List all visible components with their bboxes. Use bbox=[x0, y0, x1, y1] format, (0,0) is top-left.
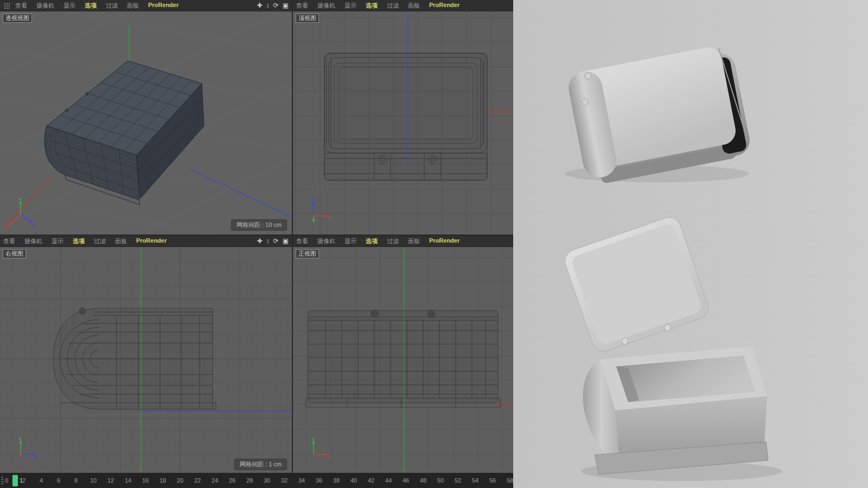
axis-x-label: X bbox=[328, 214, 330, 219]
wireframe-front-view bbox=[306, 310, 500, 407]
playhead-frame-label: 1 bbox=[20, 477, 23, 484]
menu-item-display[interactable]: 显示 bbox=[344, 2, 356, 10]
menu-item-filter[interactable]: 过滤 bbox=[387, 2, 399, 10]
frame-label: 38 bbox=[333, 477, 340, 484]
viewport-right: 查看摄像机显示选项过滤面板ProRender ✚↕⟳▣ 右视图 bbox=[0, 236, 292, 473]
pan-icon[interactable]: ✚ bbox=[257, 0, 263, 11]
axis-gizmo: Y X Z bbox=[4, 197, 37, 231]
frame-label: 52 bbox=[455, 477, 461, 484]
toggle-view-icon[interactable]: ▣ bbox=[283, 236, 289, 246]
axis-z-label: Z bbox=[33, 224, 36, 229]
viewport-name-label: 右视图 bbox=[3, 249, 26, 258]
frame-label: 14 bbox=[125, 477, 131, 484]
axis-y-label: Y bbox=[311, 436, 315, 442]
frame-label: 26 bbox=[229, 477, 235, 484]
menu-item-prorender[interactable]: ProRender bbox=[429, 237, 459, 245]
frame-label: 50 bbox=[437, 477, 444, 484]
menu-item-panel[interactable]: 面板 bbox=[127, 2, 139, 10]
cinema4d-window: 查看摄像机显示选项过滤面板ProRender ✚↕⟳▣ 透视视图 bbox=[0, 0, 868, 488]
menu-item-prorender[interactable]: ProRender bbox=[429, 2, 459, 10]
viewport-menu: 查看摄像机显示选项过滤面板ProRender bbox=[3, 237, 176, 245]
menu-item-view[interactable]: 查看 bbox=[296, 2, 308, 10]
menu-item-display[interactable]: 显示 bbox=[52, 237, 63, 245]
axis-y-label: Y bbox=[18, 197, 22, 202]
menu-item-panel[interactable]: 面板 bbox=[115, 237, 127, 245]
frame-label: 20 bbox=[177, 477, 183, 484]
viewport-nav-icons: ✚↕⟳▣ bbox=[257, 0, 289, 11]
frame-label: 4 bbox=[40, 477, 43, 484]
render-image-open-box bbox=[513, 217, 868, 488]
frame-label: 36 bbox=[316, 477, 322, 484]
timeline-grip-icon[interactable] bbox=[1, 477, 3, 485]
dolly-icon[interactable]: ↕ bbox=[266, 236, 270, 246]
menu-item-view[interactable]: 查看 bbox=[296, 237, 308, 245]
menu-item-prorender[interactable]: ProRender bbox=[148, 2, 178, 10]
menu-item-view[interactable]: 查看 bbox=[3, 237, 15, 245]
orbit-icon[interactable]: ⟳ bbox=[273, 236, 279, 246]
dolly-icon[interactable]: ↕ bbox=[266, 0, 270, 11]
frame-label: 44 bbox=[385, 477, 392, 484]
timeline-ruler[interactable]: 0246810121416182022242628303234363840424… bbox=[0, 473, 513, 488]
viewport-name-label: 透视视图 bbox=[3, 14, 32, 23]
axis-gizmo: Z X bbox=[297, 197, 330, 231]
menu-item-camera[interactable]: 摄像机 bbox=[317, 2, 335, 10]
menu-item-options[interactable]: 选项 bbox=[366, 237, 378, 245]
menu-item-display[interactable]: 显示 bbox=[344, 237, 356, 245]
viewport-canvas-right[interactable] bbox=[0, 246, 292, 473]
frame-label: 10 bbox=[90, 477, 97, 484]
frame-label: 8 bbox=[74, 477, 78, 484]
frame-label: 58 bbox=[507, 477, 513, 484]
viewport-menu: 查看摄像机显示选项过滤面板ProRender bbox=[15, 2, 188, 10]
menu-item-panel[interactable]: 面板 bbox=[408, 2, 420, 10]
menu-item-prorender[interactable]: ProRender bbox=[136, 237, 167, 245]
viewport-menubar: 查看摄像机显示选项过滤面板ProRender bbox=[293, 236, 513, 247]
panel-grid-icon[interactable] bbox=[3, 2, 10, 9]
menu-item-camera[interactable]: 摄像机 bbox=[36, 2, 54, 10]
menu-item-options[interactable]: 选项 bbox=[85, 2, 97, 10]
viewport-front: 查看摄像机显示选项过滤面板ProRender 正视图 bbox=[293, 236, 513, 473]
axis-z-label: Z bbox=[34, 454, 37, 460]
render-image-closed-box bbox=[513, 0, 868, 217]
frame-label: 18 bbox=[159, 477, 166, 484]
pan-icon[interactable]: ✚ bbox=[257, 236, 263, 246]
viewport-menu: 查看摄像机显示选项过滤面板ProRender bbox=[296, 2, 469, 10]
frame-label: 54 bbox=[472, 477, 478, 484]
frame-label: 6 bbox=[57, 477, 60, 484]
render-panel bbox=[513, 0, 868, 488]
viewport-nav-icons: ✚↕⟳▣ bbox=[257, 236, 289, 246]
axis-x-label: X bbox=[5, 225, 9, 229]
viewport-perspective: 查看摄像机显示选项过滤面板ProRender ✚↕⟳▣ 透视视图 bbox=[0, 0, 292, 235]
menu-item-display[interactable]: 显示 bbox=[63, 2, 75, 10]
menu-item-filter[interactable]: 过滤 bbox=[387, 237, 399, 245]
frame-label: 48 bbox=[420, 477, 426, 484]
menu-item-view[interactable]: 查看 bbox=[15, 2, 27, 10]
orbit-icon[interactable]: ⟳ bbox=[273, 0, 279, 11]
axis-gizmo: Y X bbox=[297, 435, 330, 470]
frame-label: 34 bbox=[298, 477, 305, 484]
menu-item-camera[interactable]: 摄像机 bbox=[317, 237, 335, 245]
frame-label: 28 bbox=[246, 477, 253, 484]
axis-gizmo: Y Z bbox=[4, 435, 37, 470]
frame-label: 0 bbox=[5, 477, 8, 484]
wireframe-top-view bbox=[324, 53, 487, 180]
toggle-view-icon[interactable]: ▣ bbox=[283, 0, 289, 11]
viewport-name-label: 顶视图 bbox=[296, 14, 319, 23]
frame-label: 16 bbox=[142, 477, 149, 484]
frame-label: 22 bbox=[194, 477, 201, 484]
wireframe-right-view bbox=[53, 308, 216, 409]
menu-item-filter[interactable]: 过滤 bbox=[94, 237, 106, 245]
grid-spacing-badge: 网格间距 : 10 cm bbox=[231, 219, 287, 231]
grid-spacing-badge: 网格间距 : 1 cm bbox=[234, 459, 287, 470]
frame-label: 42 bbox=[368, 477, 374, 484]
frame-label: 46 bbox=[403, 477, 409, 484]
frame-label: 12 bbox=[107, 477, 114, 484]
menu-item-panel[interactable]: 面板 bbox=[408, 237, 420, 245]
timeline-playhead[interactable] bbox=[12, 475, 18, 486]
menu-item-options[interactable]: 选项 bbox=[366, 2, 378, 10]
menu-item-filter[interactable]: 过滤 bbox=[106, 2, 118, 10]
viewport-top: 查看摄像机显示选项过滤面板ProRender 顶视图 bbox=[293, 0, 513, 235]
viewport-canvas-perspective[interactable] bbox=[0, 11, 292, 235]
menu-item-camera[interactable]: 摄像机 bbox=[24, 237, 42, 245]
menu-item-options[interactable]: 选项 bbox=[73, 237, 85, 245]
viewport-menubar: 查看摄像机显示选项过滤面板ProRender bbox=[293, 0, 513, 11]
